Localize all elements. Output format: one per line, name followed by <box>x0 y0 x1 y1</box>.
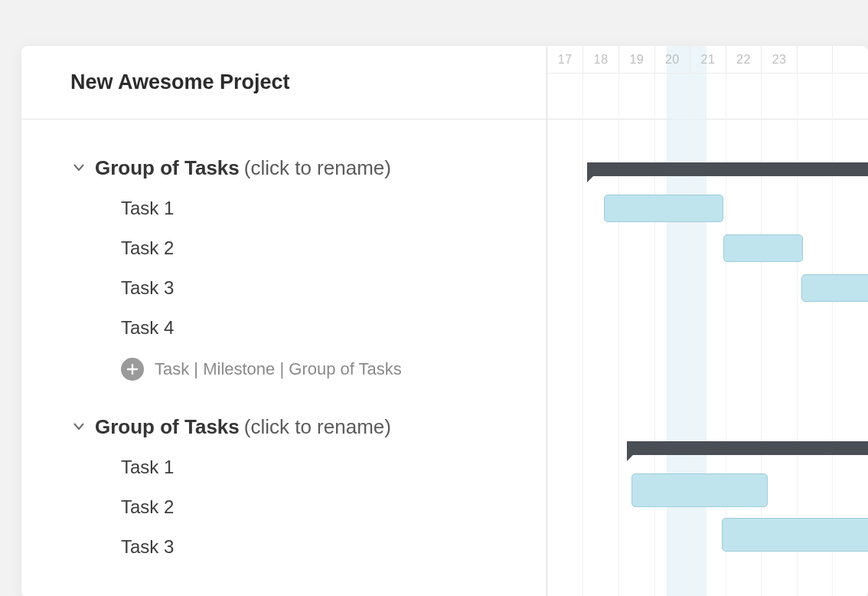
task-row[interactable]: Task 1 <box>75 447 547 487</box>
project-title[interactable]: New Awesome Project <box>70 70 290 94</box>
date-cell[interactable]: 21 <box>690 46 726 74</box>
task-bar[interactable] <box>604 195 723 222</box>
group-header[interactable]: Group of Tasks (click to rename) <box>73 147 545 188</box>
task-label: Task 1 <box>121 198 174 219</box>
task-bar[interactable] <box>631 473 768 507</box>
task-row[interactable]: Task 3 <box>75 268 547 308</box>
task-bar[interactable] <box>722 518 868 552</box>
date-cell[interactable]: 19 <box>618 46 654 74</box>
date-cell[interactable]: 22 <box>726 46 762 74</box>
group-title: Group of Tasks <box>95 156 240 180</box>
task-list-panel: New Awesome Project Group of Tasks (clic… <box>21 46 547 596</box>
date-cell[interactable]: 17 <box>547 46 582 74</box>
date-cell[interactable] <box>797 46 833 74</box>
task-row[interactable]: Task 2 <box>75 228 547 268</box>
task-label: Task 4 <box>121 317 174 339</box>
task-label: Task 3 <box>121 536 174 558</box>
group-rename-hint: (click to rename) <box>244 415 391 439</box>
date-cell[interactable] <box>832 46 868 74</box>
group-rename-hint: (click to rename) <box>244 156 391 180</box>
gantt-card: New Awesome Project Group of Tasks (clic… <box>21 46 868 596</box>
date-cell[interactable]: 18 <box>582 46 618 74</box>
task-row[interactable]: Task 3 <box>75 527 547 567</box>
add-item-label: Task | Milestone | Group of Tasks <box>155 359 402 379</box>
task-label: Task 2 <box>121 237 174 259</box>
task-bar[interactable] <box>723 234 803 262</box>
task-row[interactable]: Task 4 <box>75 308 547 348</box>
chevron-down-icon[interactable] <box>73 164 84 172</box>
chevron-down-icon[interactable] <box>73 423 84 431</box>
group-summary-bar[interactable] <box>627 441 868 455</box>
date-scale: 17 18 19 20 21 22 23 <box>547 46 868 74</box>
plus-icon[interactable] <box>121 358 144 381</box>
group-title: Group of Tasks <box>95 415 240 439</box>
timeline-panel: 17 18 19 20 21 22 23 <box>547 46 868 596</box>
date-cell[interactable]: 20 <box>654 46 690 74</box>
task-bar[interactable] <box>801 274 868 302</box>
project-header: New Awesome Project <box>21 46 547 120</box>
task-row[interactable]: Task 2 <box>75 487 547 527</box>
gantt-chart-area <box>547 120 868 596</box>
task-row[interactable]: Task 1 <box>75 188 547 228</box>
task-label: Task 3 <box>121 277 174 299</box>
group-summary-bar[interactable] <box>587 162 868 176</box>
task-list-body: Group of Tasks (click to rename) Task 1 … <box>21 120 547 567</box>
task-label: Task 1 <box>121 457 174 478</box>
add-item-row[interactable]: Task | Milestone | Group of Tasks <box>75 348 547 391</box>
task-label: Task 2 <box>121 496 174 518</box>
group-header[interactable]: Group of Tasks (click to rename) <box>73 406 545 447</box>
date-cell[interactable]: 23 <box>761 46 797 74</box>
